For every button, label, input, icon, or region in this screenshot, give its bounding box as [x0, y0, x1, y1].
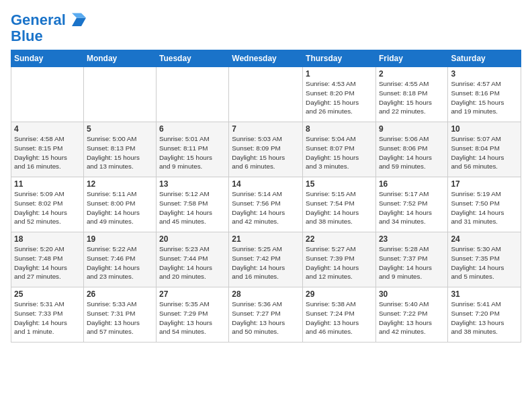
day-number: 18 [14, 234, 81, 244]
day-number: 3 [451, 69, 518, 79]
calendar-cell: 9Sunrise: 5:06 AM Sunset: 8:06 PM Daylig… [375, 122, 447, 177]
calendar-cell: 13Sunrise: 5:12 AM Sunset: 7:58 PM Dayli… [156, 177, 228, 232]
calendar-cell: 5Sunrise: 5:00 AM Sunset: 8:13 PM Daylig… [83, 122, 156, 177]
day-number: 22 [306, 234, 373, 244]
weekday-header-monday: Monday [83, 50, 156, 67]
calendar-cell: 25Sunrise: 5:31 AM Sunset: 7:33 PM Dayli… [11, 287, 84, 342]
day-number: 19 [87, 234, 153, 244]
day-info: Sunrise: 5:17 AM Sunset: 7:52 PM Dayligh… [379, 189, 445, 226]
day-number: 1 [306, 69, 373, 79]
day-info: Sunrise: 5:06 AM Sunset: 8:06 PM Dayligh… [379, 134, 445, 171]
day-info: Sunrise: 5:22 AM Sunset: 7:46 PM Dayligh… [87, 244, 153, 281]
day-number: 8 [306, 124, 373, 134]
calendar-cell: 6Sunrise: 5:01 AM Sunset: 8:11 PM Daylig… [156, 122, 228, 177]
day-number: 9 [379, 124, 445, 134]
weekday-header-tuesday: Tuesday [156, 50, 228, 67]
day-info: Sunrise: 4:55 AM Sunset: 8:18 PM Dayligh… [379, 79, 445, 116]
day-number: 12 [87, 179, 153, 189]
calendar-cell: 7Sunrise: 5:03 AM Sunset: 8:09 PM Daylig… [229, 122, 303, 177]
day-number: 7 [232, 124, 300, 134]
calendar-cell: 29Sunrise: 5:38 AM Sunset: 7:24 PM Dayli… [303, 287, 376, 342]
calendar-header-row: SundayMondayTuesdayWednesdayThursdayFrid… [11, 50, 521, 67]
calendar-cell: 18Sunrise: 5:20 AM Sunset: 7:48 PM Dayli… [11, 232, 84, 287]
day-info: Sunrise: 5:11 AM Sunset: 8:00 PM Dayligh… [87, 189, 153, 226]
day-info: Sunrise: 5:27 AM Sunset: 7:39 PM Dayligh… [306, 244, 373, 281]
calendar-cell: 19Sunrise: 5:22 AM Sunset: 7:46 PM Dayli… [83, 232, 156, 287]
day-number: 24 [451, 234, 518, 244]
day-info: Sunrise: 5:09 AM Sunset: 8:02 PM Dayligh… [14, 189, 81, 226]
day-number: 21 [232, 234, 300, 244]
calendar-week-3: 11Sunrise: 5:09 AM Sunset: 8:02 PM Dayli… [11, 177, 521, 232]
calendar-cell: 11Sunrise: 5:09 AM Sunset: 8:02 PM Dayli… [11, 177, 84, 232]
day-number: 16 [379, 179, 445, 189]
day-info: Sunrise: 5:30 AM Sunset: 7:35 PM Dayligh… [451, 244, 518, 281]
day-number: 14 [232, 179, 300, 189]
day-info: Sunrise: 5:14 AM Sunset: 7:56 PM Dayligh… [232, 189, 300, 226]
calendar-cell: 28Sunrise: 5:36 AM Sunset: 7:27 PM Dayli… [229, 287, 303, 342]
calendar-cell [229, 67, 303, 122]
logo-text-line1: General [11, 12, 66, 28]
calendar-table: SundayMondayTuesdayWednesdayThursdayFrid… [11, 50, 521, 342]
day-info: Sunrise: 4:57 AM Sunset: 8:16 PM Dayligh… [451, 79, 518, 116]
day-info: Sunrise: 5:00 AM Sunset: 8:13 PM Dayligh… [87, 134, 153, 171]
weekday-header-friday: Friday [375, 50, 447, 67]
header: General Blue [11, 8, 521, 44]
day-number: 2 [379, 69, 445, 79]
day-number: 26 [87, 289, 153, 299]
calendar-cell: 2Sunrise: 4:55 AM Sunset: 8:18 PM Daylig… [375, 67, 447, 122]
calendar-cell: 24Sunrise: 5:30 AM Sunset: 7:35 PM Dayli… [448, 232, 521, 287]
day-number: 20 [159, 234, 226, 244]
calendar-cell: 8Sunrise: 5:04 AM Sunset: 8:07 PM Daylig… [303, 122, 376, 177]
day-number: 11 [14, 179, 81, 189]
calendar-cell: 23Sunrise: 5:28 AM Sunset: 7:37 PM Dayli… [375, 232, 447, 287]
calendar-cell: 1Sunrise: 4:53 AM Sunset: 8:20 PM Daylig… [303, 67, 376, 122]
calendar-cell: 4Sunrise: 4:58 AM Sunset: 8:15 PM Daylig… [11, 122, 84, 177]
calendar-cell: 15Sunrise: 5:15 AM Sunset: 7:54 PM Dayli… [303, 177, 376, 232]
calendar-cell: 30Sunrise: 5:40 AM Sunset: 7:22 PM Dayli… [375, 287, 447, 342]
logo: General Blue [11, 11, 86, 44]
calendar-cell: 17Sunrise: 5:19 AM Sunset: 7:50 PM Dayli… [448, 177, 521, 232]
day-info: Sunrise: 5:07 AM Sunset: 8:04 PM Dayligh… [451, 134, 518, 171]
day-info: Sunrise: 5:28 AM Sunset: 7:37 PM Dayligh… [379, 244, 445, 281]
day-number: 23 [379, 234, 445, 244]
svg-marker-0 [72, 18, 86, 27]
day-info: Sunrise: 5:20 AM Sunset: 7:48 PM Dayligh… [14, 244, 81, 281]
day-number: 13 [159, 179, 226, 189]
day-info: Sunrise: 4:53 AM Sunset: 8:20 PM Dayligh… [306, 79, 373, 116]
calendar-week-5: 25Sunrise: 5:31 AM Sunset: 7:33 PM Dayli… [11, 287, 521, 342]
calendar-cell: 16Sunrise: 5:17 AM Sunset: 7:52 PM Dayli… [375, 177, 447, 232]
day-number: 10 [451, 124, 518, 134]
day-info: Sunrise: 5:31 AM Sunset: 7:33 PM Dayligh… [14, 300, 81, 336]
day-info: Sunrise: 4:58 AM Sunset: 8:15 PM Dayligh… [14, 134, 81, 171]
calendar-cell: 10Sunrise: 5:07 AM Sunset: 8:04 PM Dayli… [448, 122, 521, 177]
calendar-cell: 20Sunrise: 5:23 AM Sunset: 7:44 PM Dayli… [156, 232, 228, 287]
calendar-cell: 26Sunrise: 5:33 AM Sunset: 7:31 PM Dayli… [83, 287, 156, 342]
calendar-week-1: 1Sunrise: 4:53 AM Sunset: 8:20 PM Daylig… [11, 67, 521, 122]
calendar-cell: 27Sunrise: 5:35 AM Sunset: 7:29 PM Dayli… [156, 287, 228, 342]
weekday-header-wednesday: Wednesday [229, 50, 303, 67]
day-info: Sunrise: 5:12 AM Sunset: 7:58 PM Dayligh… [159, 189, 226, 226]
weekday-header-thursday: Thursday [303, 50, 376, 67]
day-number: 28 [232, 289, 300, 299]
day-number: 30 [379, 289, 445, 299]
logo-text-line2: Blue [11, 28, 86, 44]
day-info: Sunrise: 5:03 AM Sunset: 8:09 PM Dayligh… [232, 134, 300, 171]
day-info: Sunrise: 5:15 AM Sunset: 7:54 PM Dayligh… [306, 189, 373, 226]
day-info: Sunrise: 5:33 AM Sunset: 7:31 PM Dayligh… [87, 300, 153, 336]
day-info: Sunrise: 5:01 AM Sunset: 8:11 PM Dayligh… [159, 134, 226, 171]
calendar-cell [11, 67, 84, 122]
calendar-cell: 21Sunrise: 5:25 AM Sunset: 7:42 PM Dayli… [229, 232, 303, 287]
day-info: Sunrise: 5:19 AM Sunset: 7:50 PM Dayligh… [451, 189, 518, 226]
day-number: 4 [14, 124, 81, 134]
day-number: 29 [306, 289, 373, 299]
calendar-cell [83, 67, 156, 122]
day-number: 31 [451, 289, 518, 299]
calendar-cell: 3Sunrise: 4:57 AM Sunset: 8:16 PM Daylig… [448, 67, 521, 122]
day-info: Sunrise: 5:25 AM Sunset: 7:42 PM Dayligh… [232, 244, 300, 281]
page: General Blue SundayMondayTuesdayWednesda… [0, 0, 532, 348]
day-info: Sunrise: 5:04 AM Sunset: 8:07 PM Dayligh… [306, 134, 373, 171]
weekday-header-saturday: Saturday [448, 50, 521, 67]
day-number: 25 [14, 289, 81, 299]
calendar-cell: 14Sunrise: 5:14 AM Sunset: 7:56 PM Dayli… [229, 177, 303, 232]
calendar-week-2: 4Sunrise: 4:58 AM Sunset: 8:15 PM Daylig… [11, 122, 521, 177]
